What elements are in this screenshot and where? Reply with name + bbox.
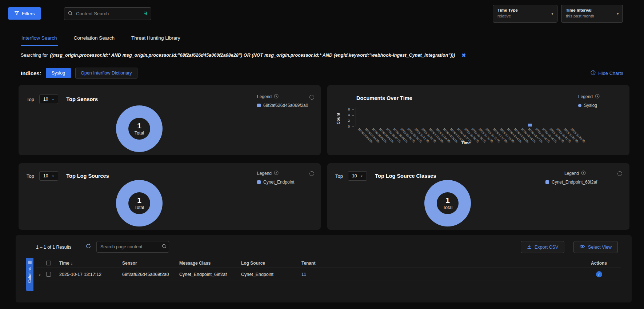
top-sensors-count-select[interactable]: 10 ▼ [39,95,58,104]
documents-legend: Legend Syslog [578,94,600,108]
donut-total-label: Total [135,205,144,210]
column-header-tenant[interactable]: Tenant [301,261,577,266]
content-search-box [64,7,151,20]
expand-row-icon[interactable]: › [36,272,46,277]
legend-item[interactable]: Cynet_Endpoint [257,180,294,185]
panel-options-icon[interactable] [617,171,622,176]
legend-swatch [578,104,581,107]
column-header-log-source[interactable]: Log Source [241,261,301,266]
hide-charts-icon [591,70,596,76]
y-tick-label: 0 [344,125,350,128]
syslog-index-button[interactable]: Syslog [46,68,71,78]
top-log-sources-legend: Legend Cynet_Endpoint [257,170,294,185]
donut-total-label: Total [443,205,452,210]
top-count-value: 10 [43,173,48,178]
top-log-source-classes-donut-chart: 1 Total [424,180,471,226]
select-all-checkbox[interactable] [46,261,51,265]
donut-total-value: 1 [137,196,141,204]
filters-button[interactable]: Filters [8,7,41,20]
columns-button[interactable]: Columns [26,258,33,291]
legend-item-label: Cynet_Endpoint [263,180,294,185]
chevron-down-icon: ▼ [616,12,619,16]
top-label: Top [27,173,34,179]
chevron-down-icon: ▼ [551,12,554,16]
time-interval-dropdown[interactable]: Time Interval this past month ▼ [561,5,623,23]
results-table: Time↓ Sensor Message Class Log Source Te… [36,258,621,281]
time-type-dropdown[interactable]: Time Type relative ▼ [493,5,557,23]
legend-toggle[interactable]: Legend [257,94,308,100]
page-search-box [96,241,169,253]
legend-toggle[interactable]: Legend [578,94,600,100]
clear-query-icon[interactable]: ✖ [461,52,466,58]
info-icon[interactable]: i [596,271,602,277]
tab-correlation-search[interactable]: Correlation Search [73,33,116,46]
x-axis-labels: 2025-09-23 05:2025-09-24 05:2025-09-25 0… [356,128,576,153]
x-axis-title: Time [356,141,576,145]
bar-syslog [528,124,532,127]
eye-icon [580,244,585,250]
columns-button-label: Columns [28,267,32,283]
legend-item[interactable]: 68f2af626d45a069f2a0 [257,103,308,108]
advanced-search-icon[interactable] [143,11,148,17]
top-sensors-title: Top Sensors [66,96,98,102]
legend-toggle-icon [274,170,279,176]
legend-label: Legend [578,94,593,99]
top-sensors-donut-chart: 1 Total [116,105,163,152]
content-search-input[interactable] [76,11,140,16]
top-log-source-classes-legend: Legend Cynet_Endpoint_68f2af [545,170,597,185]
page-search-input[interactable] [100,244,159,249]
open-interflow-dictionary-button[interactable]: Open Interflow Dictionary [75,68,137,79]
top-log-source-classes-header: Top 10 ▼ Top Log Source Classes [335,171,436,181]
y-tick-label: 2 [344,119,350,123]
hide-charts-link[interactable]: Hide Charts [591,70,623,76]
tab-interflow-search[interactable]: Interflow Search [21,33,58,46]
column-header-sensor[interactable]: Sensor [122,261,179,266]
legend-item-label: Syslog [584,103,597,108]
legend-toggle[interactable]: Legend [257,170,294,176]
donut-center: 1 Total [128,192,150,214]
hide-charts-label: Hide Charts [598,71,623,76]
panel-options-icon[interactable] [309,95,314,100]
legend-label: Legend [257,94,272,99]
filters-button-label: Filters [22,11,35,16]
cell-time: 2025-10-17 13:17:12 [59,272,122,277]
legend-swatch [257,104,261,107]
column-header-time[interactable]: Time↓ [59,261,122,266]
documents-over-time-title: Documents Over Time [356,95,412,101]
panel-top-sensors: Top 10 ▼ Top Sensors Legend 68f2af626d45… [19,85,321,155]
top-label: Top [335,173,343,179]
row-checkbox[interactable] [46,272,51,277]
top-log-sources-count-select[interactable]: 10 ▼ [39,171,58,181]
search-icon [162,244,167,250]
cell-actions: i [577,271,621,277]
legend-item[interactable]: Syslog [578,103,600,108]
legend-toggle-icon [595,94,600,100]
export-csv-button[interactable]: Export CSV [521,241,564,253]
select-view-button[interactable]: Select View [573,241,618,253]
refresh-icon[interactable] [85,243,91,250]
top-log-sources-title: Top Log Sources [66,173,109,179]
top-log-source-classes-title: Top Log Source Classes [375,173,436,179]
panel-top-log-sources: Top 10 ▼ Top Log Sources Legend Cynet_En… [19,163,321,230]
column-header-actions: Actions [577,261,621,266]
query-prefix: Searching for [21,53,48,58]
search-icon [68,11,73,17]
column-header-message-class[interactable]: Message Class [179,261,241,266]
donut-total-label: Total [135,131,144,136]
donut-center: 1 Total [437,192,459,214]
panel-options-icon[interactable] [309,171,314,176]
tab-threat-hunting-library[interactable]: Threat Hunting Library [131,33,181,46]
export-csv-label: Export CSV [535,245,558,250]
download-icon [527,244,532,250]
cell-tenant: 11 [301,272,577,277]
select-view-label: Select View [588,245,612,250]
sort-desc-icon: ↓ [71,261,73,265]
y-tick-mark [352,121,354,121]
top-log-sources-donut-chart: 1 Total [116,180,163,226]
top-log-source-classes-count-select[interactable]: 10 ▼ [348,171,367,181]
legend-item[interactable]: Cynet_Endpoint_68f2af [545,180,597,185]
y-tick-label: 6 [344,108,350,111]
top-count-value: 10 [43,97,48,102]
top-sensors-header: Top 10 ▼ Top Sensors [27,95,98,104]
legend-toggle[interactable]: Legend [545,170,597,176]
